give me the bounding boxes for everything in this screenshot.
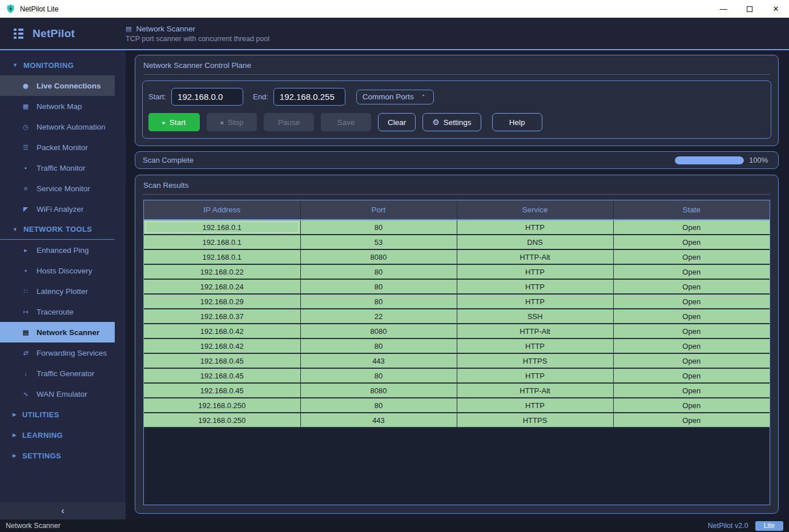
sidebar-item-hosts-discovery[interactable]: +Hosts Discovery [0, 260, 115, 281]
cell-port[interactable]: 80 [300, 279, 457, 294]
cell-state[interactable]: Open [613, 338, 770, 353]
minimize-button[interactable]: — [710, 0, 736, 18]
cell-service[interactable]: HTTP [457, 279, 613, 294]
cell-state[interactable]: Open [613, 413, 770, 428]
cell-state[interactable]: Open [613, 279, 770, 294]
cell-service[interactable]: DNS [457, 235, 613, 249]
sidebar-item-packet-monitor[interactable]: ☰Packet Monitor [0, 137, 115, 158]
cell-port[interactable]: 443 [300, 353, 457, 368]
cell-port[interactable]: 443 [300, 413, 457, 428]
cell-service[interactable]: HTTP [457, 368, 613, 383]
cell-port[interactable]: 80 [300, 220, 457, 235]
cell-ip-address[interactable]: 192.168.0.29 [144, 294, 300, 309]
cell-ip-address[interactable]: 192.168.0.1 [144, 235, 300, 249]
cell-port[interactable]: 8080 [300, 249, 457, 264]
ports-dropdown[interactable]: Common Ports ▪ [356, 90, 434, 104]
column-header-service[interactable]: Service [457, 200, 613, 220]
cell-service[interactable]: HTTPS [457, 413, 613, 428]
column-header-state[interactable]: State [613, 200, 770, 220]
cell-port[interactable]: 22 [300, 309, 457, 324]
clear-button[interactable]: Clear [378, 113, 416, 131]
cell-ip-address[interactable]: 192.168.0.24 [144, 279, 300, 294]
help-button[interactable]: Help [492, 113, 542, 131]
table-row[interactable]: 192.168.0.428080HTTP-AltOpen [144, 324, 770, 338]
cell-ip-address[interactable]: 192.168.0.1 [144, 220, 300, 235]
close-button[interactable]: ✕ [763, 0, 789, 18]
cell-state[interactable]: Open [613, 309, 770, 324]
table-row[interactable]: 192.168.0.2980HTTPOpen [144, 294, 770, 309]
table-row[interactable]: 192.168.0.458080HTTP-AltOpen [144, 383, 770, 398]
sidebar-item-forwarding-services[interactable]: ⇄Forwarding Services [0, 342, 115, 363]
cell-ip-address[interactable]: 192.168.0.37 [144, 309, 300, 324]
cell-ip-address[interactable]: 192.168.0.250 [144, 398, 300, 413]
save-button[interactable]: Save [321, 113, 371, 131]
table-row[interactable]: 192.168.0.25080HTTPOpen [144, 398, 770, 413]
cell-ip-address[interactable]: 192.168.0.45 [144, 368, 300, 383]
cell-service[interactable]: HTTP-Alt [457, 324, 613, 338]
cell-service[interactable]: HTTP [457, 294, 613, 309]
cell-state[interactable]: Open [613, 324, 770, 338]
cell-ip-address[interactable]: 192.168.0.45 [144, 353, 300, 368]
cell-port[interactable]: 80 [300, 294, 457, 309]
cell-service[interactable]: HTTP [457, 338, 613, 353]
maximize-button[interactable] [736, 0, 763, 18]
cell-ip-address[interactable]: 192.168.0.1 [144, 249, 300, 264]
sidebar-section-settings[interactable]: ▶SETTINGS [0, 445, 126, 466]
start-button[interactable]: ▸ Start [148, 113, 200, 131]
column-header-ip-address[interactable]: IP Address [144, 200, 300, 220]
settings-button[interactable]: ⚙ Settings [422, 113, 481, 131]
sidebar-item-enhanced-ping[interactable]: ▸Enhanced Ping [0, 240, 115, 260]
cell-port[interactable]: 80 [300, 264, 457, 279]
sidebar-item-service-monitor[interactable]: ≡Service Monitor [0, 178, 115, 199]
pause-button[interactable]: Pause [264, 113, 314, 131]
sidebar-item-traffic-generator[interactable]: ↓Traffic Generator [0, 363, 115, 384]
cell-state[interactable]: Open [613, 235, 770, 249]
column-header-port[interactable]: Port [300, 200, 457, 220]
sidebar-section-network-tools[interactable]: ▼NETWORK TOOLS [0, 219, 115, 240]
cell-port[interactable]: 8080 [300, 383, 457, 398]
cell-service[interactable]: HTTP [457, 220, 613, 235]
table-row[interactable]: 192.168.0.4580HTTPOpen [144, 368, 770, 383]
sidebar-item-network-map[interactable]: ▦Network Map [0, 96, 115, 116]
sidebar-collapse-button[interactable]: ‹ [0, 502, 126, 519]
table-row[interactable]: 192.168.0.153DNSOpen [144, 235, 770, 249]
cell-service[interactable]: HTTP-Alt [457, 249, 613, 264]
table-row[interactable]: 192.168.0.4280HTTPOpen [144, 338, 770, 353]
sidebar-item-live-connections[interactable]: ◉Live Connections [0, 75, 115, 96]
cell-service[interactable]: HTTP-Alt [457, 383, 613, 398]
cell-port[interactable]: 80 [300, 368, 457, 383]
cell-state[interactable]: Open [613, 264, 770, 279]
cell-ip-address[interactable]: 192.168.0.250 [144, 413, 300, 428]
cell-state[interactable]: Open [613, 294, 770, 309]
sidebar-item-traceroute[interactable]: ↦Traceroute [0, 301, 115, 322]
table-row[interactable]: 192.168.0.250443HTTPSOpen [144, 413, 770, 428]
sidebar-section-utilities[interactable]: ▶UTILITIES [0, 404, 126, 425]
table-row[interactable]: 192.168.0.180HTTPOpen [144, 220, 770, 235]
sidebar-item-wan-emulator[interactable]: ∿WAN Emulator [0, 384, 115, 404]
sidebar-item-network-automation[interactable]: ◷Network Automation [0, 116, 115, 137]
cell-ip-address[interactable]: 192.168.0.42 [144, 338, 300, 353]
cell-service[interactable]: SSH [457, 309, 613, 324]
cell-ip-address[interactable]: 192.168.0.42 [144, 324, 300, 338]
cell-service[interactable]: HTTPS [457, 353, 613, 368]
table-row[interactable]: 192.168.0.45443HTTPSOpen [144, 353, 770, 368]
cell-ip-address[interactable]: 192.168.0.22 [144, 264, 300, 279]
stop-button[interactable]: ■ Stop [207, 113, 257, 131]
cell-ip-address[interactable]: 192.168.0.45 [144, 383, 300, 398]
table-row[interactable]: 192.168.0.18080HTTP-AltOpen [144, 249, 770, 264]
cell-service[interactable]: HTTP [457, 264, 613, 279]
end-ip-input[interactable] [273, 88, 345, 106]
cell-state[interactable]: Open [613, 368, 770, 383]
cell-service[interactable]: HTTP [457, 398, 613, 413]
table-row[interactable]: 192.168.0.2280HTTPOpen [144, 264, 770, 279]
table-row[interactable]: 192.168.0.2480HTTPOpen [144, 279, 770, 294]
sidebar-item-network-scanner[interactable]: ▤Network Scanner [0, 322, 115, 342]
table-row[interactable]: 192.168.0.3722SSHOpen [144, 309, 770, 324]
cell-state[interactable]: Open [613, 220, 770, 235]
sidebar-item-wifi-analyzer[interactable]: ◤WiFi Analyzer [0, 199, 115, 219]
cell-port[interactable]: 53 [300, 235, 457, 249]
sidebar-item-traffic-monitor[interactable]: ▪Traffic Monitor [0, 158, 115, 178]
sidebar-section-monitoring[interactable]: ▼MONITORING [0, 55, 126, 75]
cell-port[interactable]: 8080 [300, 324, 457, 338]
cell-state[interactable]: Open [613, 353, 770, 368]
